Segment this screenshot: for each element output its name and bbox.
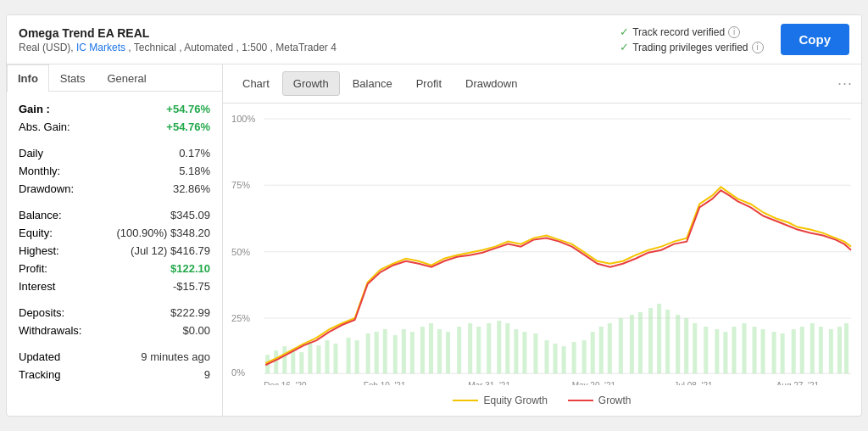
svg-rect-67 (742, 323, 746, 373)
svg-rect-28 (375, 332, 379, 373)
check-icon-1: ✓ (620, 25, 629, 38)
svg-rect-26 (355, 340, 359, 373)
daily-label: Daily (19, 147, 43, 160)
svg-rect-23 (325, 340, 329, 373)
chart-tab-balance[interactable]: Balance (342, 71, 403, 96)
updated-label: Updated (19, 350, 60, 363)
chart-tab-profit[interactable]: Profit (405, 71, 453, 96)
body: Info Stats General Gain : +54.76% Abs. G… (7, 64, 861, 415)
equity-label: Equity: (19, 227, 53, 239)
track-record-info-icon[interactable]: i (728, 26, 740, 38)
account-title: Omega Trend EA REAL (19, 26, 620, 40)
monthly-value: 5.18% (179, 165, 210, 177)
svg-rect-63 (704, 327, 708, 373)
svg-rect-48 (562, 346, 566, 373)
svg-rect-73 (800, 327, 804, 373)
svg-rect-18 (282, 346, 287, 373)
legend-equity: Equity Growth (453, 395, 547, 406)
svg-rect-24 (333, 344, 337, 373)
highest-value: (Jul 12) $416.79 (131, 244, 210, 257)
svg-rect-43 (514, 329, 518, 373)
chart-area: 100% 75% 50% 25% 0% Dec 16, '20 Feb 10, … (223, 104, 861, 415)
check-icon-2: ✓ (620, 41, 629, 53)
svg-text:Aug 27, '21: Aug 27, '21 (776, 382, 820, 385)
equity-row: Equity: (100.90%) $348.20 (19, 224, 210, 242)
gain-row: Gain : +54.76% (19, 100, 210, 118)
svg-rect-66 (732, 327, 736, 373)
svg-rect-36 (446, 332, 450, 373)
ic-markets-link[interactable]: IC Markets (76, 42, 125, 53)
legend-equity-label: Equity Growth (483, 395, 547, 406)
trading-privileges-info-icon[interactable]: i (752, 42, 764, 53)
chart-tab-growth[interactable]: Growth (282, 71, 340, 96)
svg-rect-57 (648, 308, 653, 373)
copy-button[interactable]: Copy (781, 24, 850, 55)
tracking-label: Tracking (19, 368, 60, 381)
svg-rect-38 (468, 323, 472, 373)
svg-rect-27 (366, 333, 370, 373)
gain-label: Gain : (19, 103, 50, 115)
svg-rect-47 (554, 344, 558, 373)
svg-rect-70 (772, 332, 776, 373)
svg-text:May 20, '21: May 20, '21 (572, 382, 616, 385)
chart-tab-drawdown[interactable]: Drawdown (454, 71, 528, 96)
svg-rect-49 (572, 342, 576, 373)
legend-growth: Growth (568, 395, 632, 406)
svg-text:Dec 16, '20: Dec 16, '20 (264, 382, 307, 385)
svg-rect-68 (753, 327, 757, 373)
chart-legend: Equity Growth Growth (231, 388, 853, 411)
svg-rect-60 (676, 315, 680, 373)
svg-rect-53 (608, 323, 612, 373)
abs-gain-value: +54.76% (166, 120, 210, 133)
svg-rect-52 (599, 327, 604, 373)
equity-value: (100.90%) $348.20 (116, 227, 210, 239)
left-tabs: Info Stats General (7, 64, 222, 92)
daily-value: 0.17% (179, 147, 210, 160)
updated-value: 9 minutes ago (141, 350, 210, 363)
svg-rect-25 (347, 338, 351, 373)
stats-table: Gain : +54.76% Abs. Gain: +54.76% Daily … (7, 92, 222, 392)
svg-rect-78 (844, 323, 849, 373)
svg-rect-20 (299, 353, 303, 374)
svg-rect-69 (761, 329, 765, 373)
tab-stats[interactable]: Stats (49, 64, 97, 92)
deposits-row: Deposits: $222.99 (19, 304, 210, 322)
profit-value: $122.10 (170, 262, 210, 275)
legend-equity-line (453, 400, 478, 401)
abs-gain-label: Abs. Gain: (19, 120, 70, 133)
svg-rect-71 (781, 333, 785, 373)
svg-text:100%: 100% (231, 114, 255, 124)
svg-text:Feb 10, '21: Feb 10, '21 (364, 382, 406, 385)
chart-tab-chart[interactable]: Chart (231, 71, 281, 96)
chart-tabs: Chart Growth Balance Profit Drawdown ··· (223, 64, 861, 104)
header: Omega Trend EA REAL Real (USD), IC Marke… (7, 15, 861, 64)
deposits-label: Deposits: (19, 306, 64, 319)
balance-label: Balance: (19, 209, 62, 221)
svg-rect-35 (437, 329, 442, 373)
header-left: Omega Trend EA REAL Real (USD), IC Marke… (19, 26, 620, 53)
tab-info[interactable]: Info (7, 64, 49, 92)
svg-rect-56 (638, 312, 643, 373)
legend-growth-label: Growth (598, 395, 632, 406)
svg-rect-74 (810, 323, 815, 373)
track-record-badge: ✓ Track record verified i (620, 25, 763, 38)
svg-text:Mar 31, '21: Mar 31, '21 (468, 382, 510, 385)
svg-text:0%: 0% (231, 368, 245, 378)
abs-gain-row: Abs. Gain: +54.76% (19, 118, 210, 136)
svg-rect-46 (545, 340, 549, 373)
svg-text:Jul 08, '21: Jul 08, '21 (674, 382, 713, 385)
tab-general[interactable]: General (96, 64, 157, 92)
svg-rect-31 (402, 329, 406, 373)
interest-value: -$15.75 (173, 280, 210, 293)
chart-more-icon[interactable]: ··· (837, 75, 853, 92)
balance-row: Balance: $345.09 (19, 206, 210, 224)
trading-privileges-label: Trading privileges verified (632, 42, 748, 53)
svg-rect-65 (723, 332, 727, 373)
withdrawals-value: $0.00 (182, 324, 210, 337)
track-record-label: Track record verified (632, 26, 725, 38)
svg-rect-59 (665, 310, 670, 373)
balance-value: $345.09 (170, 209, 210, 221)
svg-text:50%: 50% (231, 247, 250, 257)
svg-rect-62 (693, 323, 697, 373)
svg-rect-77 (837, 327, 842, 373)
